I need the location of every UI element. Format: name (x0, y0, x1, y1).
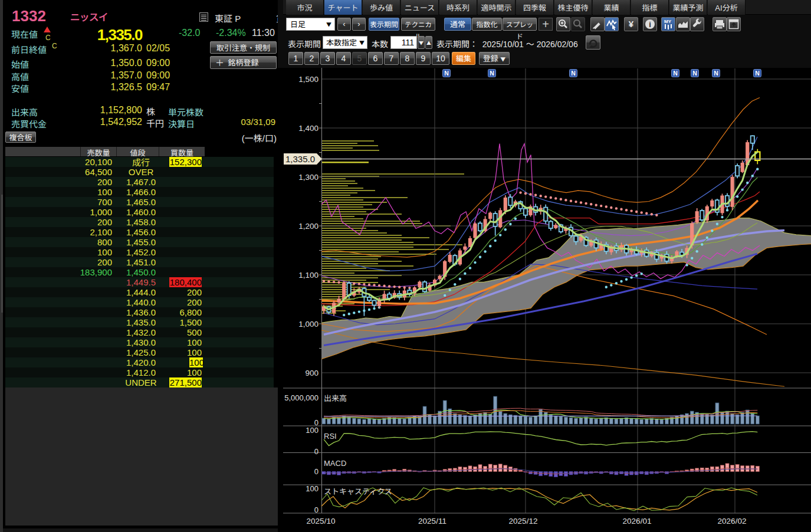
svg-text:0: 0 (314, 467, 319, 476)
svg-text:N: N (444, 70, 449, 77)
svg-text:900: 900 (305, 369, 319, 377)
svg-text:2026/01: 2026/01 (623, 517, 652, 526)
svg-text:1,100: 1,100 (298, 271, 319, 280)
svg-text:i: i (649, 20, 651, 29)
svg-text:MACD: MACD (324, 459, 346, 468)
svg-text:1,500: 1,500 (298, 75, 319, 84)
svg-text:2025/10: 2025/10 (307, 517, 336, 526)
svg-text:2025/11: 2025/11 (418, 517, 446, 526)
svg-text:100: 100 (306, 426, 319, 435)
svg-text:100: 100 (306, 484, 319, 493)
svg-text:1,200: 1,200 (298, 222, 319, 231)
svg-text:1,300: 1,300 (298, 173, 319, 182)
svg-text:出来高: 出来高 (324, 392, 347, 403)
svg-text:2025/12: 2025/12 (509, 517, 538, 526)
svg-text:N: N (755, 70, 760, 77)
svg-text:1,335.0: 1,335.0 (285, 154, 315, 164)
svg-text:RSI: RSI (324, 432, 337, 441)
svg-text:1,000: 1,000 (298, 320, 319, 329)
svg-text:0: 0 (314, 447, 319, 456)
svg-text:2026/02: 2026/02 (718, 517, 747, 526)
svg-text:N: N (490, 70, 494, 77)
svg-text:ストキャスティクス: ストキャスティクス (324, 485, 392, 497)
svg-text:N: N (692, 70, 697, 77)
svg-text:1,400: 1,400 (298, 124, 319, 133)
svg-text:MY: MY (664, 19, 672, 24)
svg-text:¥: ¥ (629, 19, 634, 29)
svg-text:5,000,000: 5,000,000 (284, 393, 319, 402)
svg-text:N: N (714, 70, 718, 77)
svg-text:N: N (571, 70, 576, 77)
svg-text:0: 0 (314, 505, 319, 514)
svg-text:N: N (673, 70, 678, 77)
